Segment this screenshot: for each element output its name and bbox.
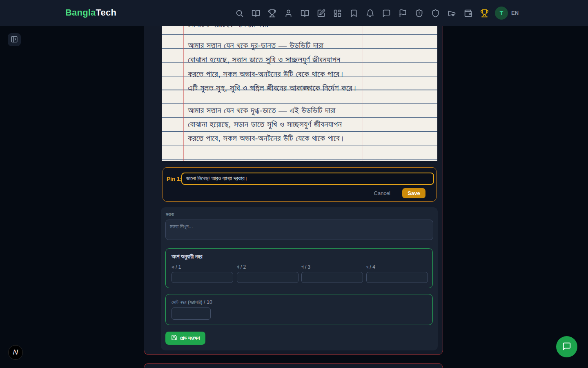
- mark-field-label: ঘ / 4: [366, 264, 428, 270]
- chat-bubble-icon: [562, 342, 571, 352]
- flag-icon[interactable]: [398, 8, 408, 18]
- bell-icon[interactable]: [365, 8, 375, 18]
- pin-comment-input[interactable]: [181, 173, 434, 185]
- panel-open-icon: [11, 36, 18, 44]
- total-marks-box: মোট নম্বর (সরাসরি) / 10: [165, 294, 433, 325]
- book-open-icon[interactable]: [251, 8, 261, 18]
- handwriting-line: এটি মুলত সুস্থ, সুখি ও স্বপ্নিল জীবনের আ…: [188, 83, 433, 93]
- chat-fab-button[interactable]: [556, 336, 577, 357]
- user-icon[interactable]: [283, 8, 293, 18]
- mark-field-label: খ / 2: [237, 264, 298, 270]
- shield-alert-icon[interactable]: [414, 8, 424, 18]
- logo-part-bangla: Bangla: [65, 7, 96, 18]
- mark-field-gha: ঘ / 4: [366, 264, 428, 283]
- save-button[interactable]: Save: [402, 188, 425, 198]
- logo-part-tech: Tech: [96, 7, 117, 18]
- save-grade-label: গ্রেড সংরক্ষণ: [180, 335, 200, 341]
- edit-square-icon[interactable]: [316, 8, 326, 18]
- comment-label: মন্তব্য: [166, 211, 174, 218]
- save-grade-button[interactable]: গ্রেড সংরক্ষণ: [165, 332, 205, 345]
- comment-textarea[interactable]: [165, 220, 433, 240]
- handwriting-line: বোঝানা হয়েছে, সত্তান ডাতে সুখি ও সাচ্ছল…: [188, 55, 433, 65]
- mark-input-gha[interactable]: [366, 272, 428, 283]
- shield-icon[interactable]: [430, 8, 440, 18]
- bookmark-icon[interactable]: [349, 8, 359, 18]
- language-switcher[interactable]: EN: [511, 10, 519, 16]
- message-bubble-icon[interactable]: [381, 8, 391, 18]
- wallet-icon[interactable]: [463, 8, 473, 18]
- topbar: BanglaTech: [0, 0, 588, 26]
- megaphone-icon[interactable]: [447, 8, 457, 18]
- app-logo[interactable]: BanglaTech: [65, 7, 116, 18]
- mark-field-label: গ / 3: [301, 264, 363, 270]
- total-marks-label: মোট নম্বর (সরাসরি) / 10: [172, 299, 212, 305]
- nextjs-dev-badge[interactable]: N: [8, 345, 23, 360]
- section-marks-title: অংশ অনুযায়ী নম্বর: [172, 254, 202, 260]
- mark-input-ga[interactable]: [301, 272, 363, 283]
- handwriting-line: আমার সত্তান যেন থকে দুর-ডানত — উডভিটি দা…: [188, 40, 433, 50]
- trophy-icon[interactable]: [267, 8, 277, 18]
- sidebar-toggle-button[interactable]: [8, 33, 21, 46]
- mark-field-ka: ক / 1: [172, 264, 233, 283]
- next-submission-card: [144, 363, 443, 368]
- submission-review-card: বোঝানো হয়েছে? ব্যবহার কর. আমার সত্তান য…: [144, 0, 443, 355]
- user-avatar[interactable]: T: [495, 7, 508, 20]
- topbar-nav-icons: [234, 8, 489, 18]
- floppy-save-icon: [171, 334, 177, 342]
- grading-panel: মন্তব্য অংশ অনুযায়ী নম্বর ক / 1 খ / 2 গ…: [161, 207, 438, 350]
- mark-field-label: ক / 1: [172, 264, 233, 270]
- cancel-button[interactable]: Cancel: [374, 190, 390, 196]
- layout-dashboard-icon[interactable]: [332, 8, 342, 18]
- handwriting-line: বোঝানা হয়োছে, সডান ডাতে সুখি ও সাচ্ছলযু…: [188, 119, 433, 129]
- handwriting-line: করতে পারে, সকল অভাব-অনটনের উটি বেকে থাকে…: [188, 69, 433, 79]
- handwriting-line: করতে পাবে, সকল অভাব-অনটনের উটি যেকে থাকে…: [188, 133, 433, 143]
- trophy-active-icon[interactable]: [479, 8, 489, 18]
- book-open-icon-2[interactable]: [300, 8, 310, 18]
- handwriting-line: আমার সত্তান যেন থকে দুগ্ধ-ডাতে — এই উডভি…: [188, 105, 433, 115]
- mark-input-ka[interactable]: [172, 272, 233, 283]
- search-icon[interactable]: [234, 8, 244, 18]
- mark-field-kha: খ / 2: [237, 264, 298, 283]
- pin-label: Pin 1:: [167, 176, 182, 182]
- mark-field-ga: গ / 3: [301, 264, 363, 283]
- section-marks-box: অংশ অনুযায়ী নম্বর ক / 1 খ / 2 গ / 3 ঘ /…: [165, 248, 433, 288]
- handwritten-answer-image[interactable]: বোঝানো হয়েছে? ব্যবহার কর. আমার সত্তান য…: [162, 21, 437, 163]
- pin-editor-panel: Pin 1: Cancel Save: [163, 167, 437, 202]
- mark-input-kha[interactable]: [237, 272, 298, 283]
- total-marks-input[interactable]: [172, 307, 211, 320]
